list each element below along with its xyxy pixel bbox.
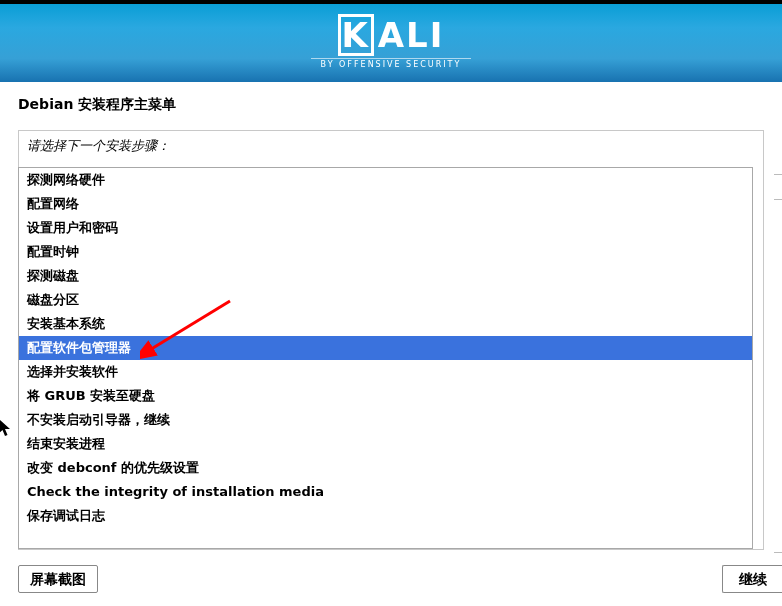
installer-window: KALI BY OFFENSIVE SECURITY Debian 安装程序主菜…	[0, 0, 782, 606]
step-item[interactable]: 磁盘分区	[19, 288, 752, 312]
screenshot-button[interactable]: 屏幕截图	[18, 565, 98, 593]
main-menu-panel: 请选择下一个安装步骤： 探测网络硬件配置网络设置用户和密码配置时钟探测磁盘磁盘分…	[18, 130, 764, 550]
step-item[interactable]: 选择并安装软件	[19, 360, 752, 384]
kali-tagline: BY OFFENSIVE SECURITY	[311, 58, 471, 69]
page-title: Debian 安装程序主菜单	[18, 96, 764, 114]
button-bar: 屏幕截图 继续	[18, 565, 782, 599]
step-item[interactable]: 设置用户和密码	[19, 216, 752, 240]
step-item[interactable]: 将 GRUB 安装至硬盘	[19, 384, 752, 408]
step-item[interactable]: 改变 debconf 的优先级设置	[19, 456, 752, 480]
kali-logo-k-box: K	[338, 14, 374, 56]
steps-listbox[interactable]: 探测网络硬件配置网络设置用户和密码配置时钟探测磁盘磁盘分区安装基本系统配置软件包…	[18, 167, 753, 549]
step-item[interactable]: Check the integrity of installation medi…	[19, 480, 752, 504]
step-item[interactable]: 安装基本系统	[19, 312, 752, 336]
header-banner: KALI BY OFFENSIVE SECURITY	[0, 4, 782, 82]
step-item[interactable]: 配置软件包管理器	[19, 336, 752, 360]
body-area: Debian 安装程序主菜单 请选择下一个安装步骤： 探测网络硬件配置网络设置用…	[0, 82, 782, 550]
continue-button[interactable]: 继续	[722, 565, 782, 593]
prompt-text: 请选择下一个安装步骤：	[19, 131, 763, 165]
step-item[interactable]: 探测网络硬件	[19, 168, 752, 192]
kali-logo-rest: ALI	[378, 18, 445, 52]
kali-logo-text: KALI	[338, 14, 445, 56]
kali-logo: KALI BY OFFENSIVE SECURITY	[311, 14, 471, 69]
step-item[interactable]: 结束安装进程	[19, 432, 752, 456]
outer-scrollbar-hint-top	[774, 174, 782, 200]
step-item[interactable]: 探测磁盘	[19, 264, 752, 288]
step-item[interactable]: 配置时钟	[19, 240, 752, 264]
step-item[interactable]: 配置网络	[19, 192, 752, 216]
step-item[interactable]: 保存调试日志	[19, 504, 752, 528]
step-item[interactable]: 不安装启动引导器，继续	[19, 408, 752, 432]
